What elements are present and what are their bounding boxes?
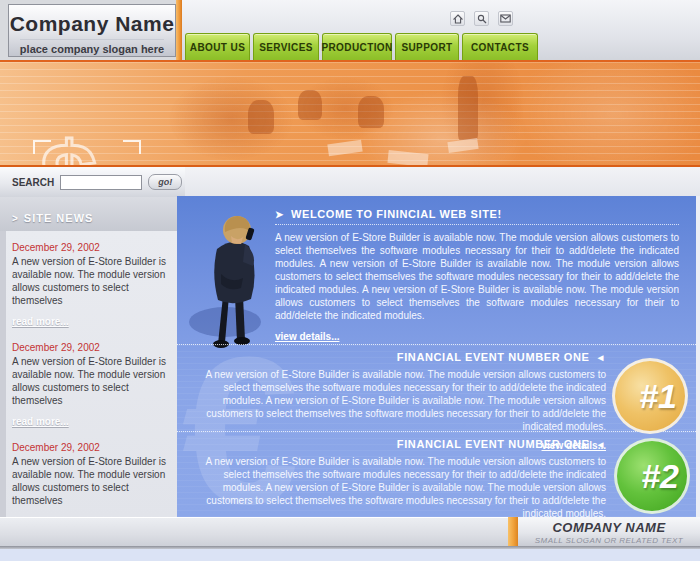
read-more-link[interactable]: read more... (12, 416, 69, 427)
search-bar: SEARCH go! (0, 167, 185, 197)
news-date: December 29, 2002 (12, 242, 167, 253)
news-date: December 29, 2002 (12, 442, 167, 453)
logo[interactable]: Company Name place company slogan here (8, 4, 176, 57)
company-slogan: place company slogan here (20, 39, 164, 55)
viewfinder-corner-icon (123, 140, 141, 154)
site-news-title: >SITE NEWS (12, 212, 93, 224)
footer-company-name: COMPANY NAME (518, 520, 700, 535)
event-body: A new version of E-Store Builder is avai… (191, 368, 606, 433)
mail-icon[interactable] (498, 11, 513, 26)
news-list: December 29, 2002 A new version of E-Sto… (0, 231, 177, 517)
news-text: A new version of E-Store Builder is avai… (12, 255, 167, 307)
news-item: December 29, 2002 A new version of E-Sto… (12, 442, 167, 529)
webpage: Company Name place company slogan here A… (0, 0, 700, 561)
footer-slogan: SMALL SLOGAN OR RELATED TEXT (518, 536, 700, 545)
arrow-left-icon: ◄ (596, 352, 607, 363)
page-bottom-margin (0, 549, 700, 561)
content-top-texture (185, 167, 700, 196)
read-more-link[interactable]: read more... (12, 316, 69, 327)
nav-tab-contacts[interactable]: CONTACTS (462, 33, 538, 60)
news-item: December 29, 2002 A new version of E-Sto… (12, 342, 167, 429)
nav-tab-support[interactable]: SUPPORT (395, 33, 459, 60)
news-date: December 29, 2002 (12, 342, 167, 353)
welcome-section: ➤WELCOME TO FININCIAL WEB SITE! A new ve… (275, 208, 679, 344)
news-item: December 29, 2002 A new version of E-Sto… (12, 242, 167, 329)
nav-tab-about-us[interactable]: ABOUT US (185, 33, 250, 60)
footer-left-bar (0, 517, 508, 546)
welcome-body: A new version of E-Store Builder is avai… (275, 231, 679, 322)
site-news-header: >SITE NEWS (0, 197, 177, 231)
arrow-right-icon: ➤ (275, 209, 284, 220)
news-text: A new version of E-Store Builder is avai… (12, 455, 167, 507)
view-details-link[interactable]: view details... (275, 331, 339, 342)
nav-tab-services[interactable]: SERVICES (253, 33, 319, 60)
event-title: FINANCIAL EVENT NUMBER ONE◄ (191, 351, 606, 363)
arrow-left-icon: ◄ (596, 439, 607, 450)
event-title: FINANCIAL EVENT NUMBER ONE◄ (191, 438, 606, 450)
footer-company-block: COMPANY NAME SMALL SLOGAN OR RELATED TEX… (518, 517, 700, 546)
content-right-edge (696, 196, 700, 517)
search-label: SEARCH (12, 177, 54, 188)
hero-banner: $ (0, 60, 700, 167)
chevron-right-icon: > (12, 213, 19, 224)
nav-tab-production[interactable]: PRODUCTION (322, 33, 392, 60)
badge-number-two[interactable]: #2 (614, 438, 690, 514)
news-text: A new version of E-Store Builder is avai… (12, 355, 167, 407)
viewfinder-corner-icon (33, 140, 51, 154)
search-go-button[interactable]: go! (148, 174, 182, 190)
businessman-photo (185, 204, 285, 354)
business-meeting-photo (128, 62, 700, 165)
badge-number-one[interactable]: #1 (612, 358, 688, 434)
header-quick-icons (450, 11, 513, 26)
footer-orange-divider (508, 517, 518, 546)
main-navigation: ABOUT US SERVICES PRODUCTION SUPPORT CON… (185, 33, 538, 60)
search-input[interactable] (60, 175, 142, 190)
event-body: A new version of E-Store Builder is avai… (191, 455, 606, 517)
home-icon[interactable] (450, 11, 465, 26)
company-name: Company Name (9, 12, 175, 36)
welcome-title: ➤WELCOME TO FININCIAL WEB SITE! (275, 208, 679, 225)
search-icon[interactable] (474, 11, 489, 26)
